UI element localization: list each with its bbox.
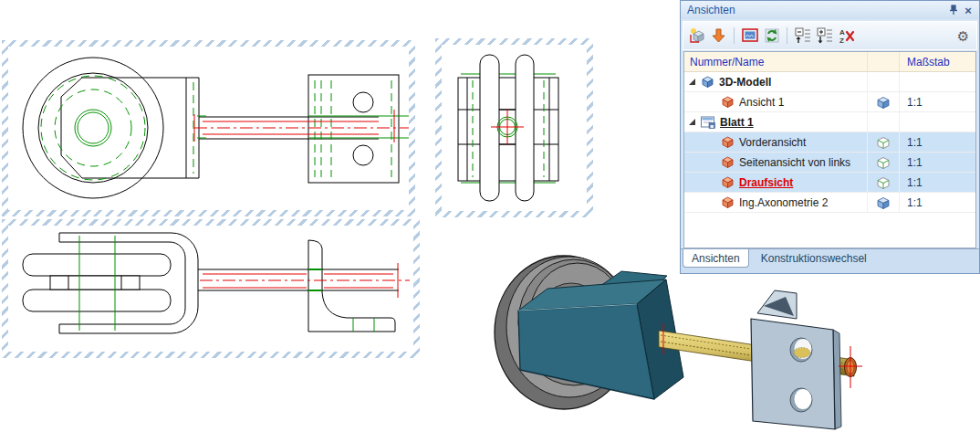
- top-view-2d[interactable]: [2, 219, 420, 358]
- shaded-cube-icon: [876, 95, 891, 110]
- panel-title: Ansichten: [687, 4, 735, 16]
- row-label: Ing.Axonometrie 2: [739, 196, 828, 209]
- row-scale: 1:1: [899, 132, 975, 152]
- cad-workspace: Ansichten ×: [0, 0, 980, 432]
- side-view-drawing: [435, 38, 593, 217]
- wire-cube-icon: [876, 135, 891, 150]
- row-scale: 1:1: [899, 92, 975, 111]
- row-label: Ansicht 1: [739, 96, 784, 109]
- row-label: Seitenansicht von links: [739, 156, 850, 169]
- cube-orange-icon: [721, 175, 735, 189]
- wire-cube-icon: [876, 175, 891, 190]
- svg-text:Z: Z: [839, 37, 844, 44]
- svg-text:A: A: [839, 28, 845, 37]
- front-view-2d[interactable]: [2, 40, 415, 216]
- row-label: Blatt 1: [720, 116, 754, 129]
- row-label: Vorderansicht: [739, 136, 806, 149]
- angle-plate: [751, 290, 841, 429]
- refresh-icon[interactable]: [763, 27, 780, 45]
- row-label: 3D-Modell: [719, 76, 771, 89]
- column-header-scale: Maßstab: [899, 52, 975, 71]
- pin-icon[interactable]: [946, 3, 961, 17]
- sheet-icon: [701, 116, 715, 129]
- expand-triangle-icon[interactable]: [688, 78, 696, 86]
- cube-orange-icon: [721, 95, 735, 109]
- toolbar-separator: [787, 27, 787, 44]
- isometric-3d-model[interactable]: [493, 247, 867, 432]
- panel-toolbar: A Z ⚙: [683, 21, 977, 50]
- row-scale: 1:1: [899, 193, 975, 212]
- table-row-draufsicht[interactable]: Draufsicht 1:1: [684, 173, 975, 193]
- table-row-vorderansicht[interactable]: Vorderansicht 1:1: [684, 132, 975, 153]
- collapse-all-icon[interactable]: [794, 27, 811, 45]
- table-row-seitenansicht[interactable]: Seitenansicht von links 1:1: [684, 153, 975, 173]
- table-row-ansicht-1[interactable]: Ansicht 1 1:1: [684, 92, 975, 112]
- top-view-drawing: [2, 219, 420, 358]
- arrow-down-icon[interactable]: [710, 27, 727, 45]
- table-row-blatt-1[interactable]: Blatt 1: [684, 112, 975, 132]
- table-empty-area: [684, 213, 975, 248]
- sheet-view-icon[interactable]: [741, 27, 758, 45]
- cube-orange-icon: [721, 195, 735, 209]
- gear-icon[interactable]: ⚙: [954, 27, 972, 45]
- close-icon[interactable]: ×: [961, 3, 975, 17]
- cube-orange-icon: [721, 155, 735, 169]
- tab-konstruktionswechsel[interactable]: Konstruktionswechsel: [753, 249, 875, 267]
- column-header-name: Nummer/Name: [684, 52, 867, 71]
- row-scale: [899, 112, 975, 132]
- views-table: Nummer/Name Maßstab 3D-Modell: [683, 51, 976, 248]
- row-scale: [899, 72, 975, 91]
- panel-titlebar[interactable]: Ansichten ×: [681, 1, 979, 19]
- left-side-view-2d[interactable]: [435, 38, 593, 217]
- cube-blue-icon: [701, 75, 714, 89]
- column-header-type: [867, 52, 899, 71]
- row-scale: 1:1: [899, 153, 975, 172]
- table-row-axonometrie[interactable]: Ing.Axonometrie 2 1:1: [684, 193, 975, 213]
- table-header: Nummer/Name Maßstab: [684, 52, 975, 72]
- views-panel: Ansichten ×: [680, 0, 980, 274]
- front-view-drawing: [2, 40, 415, 216]
- shaded-cube-icon: [876, 195, 891, 210]
- plate-hole-lower: [790, 388, 812, 412]
- row-scale: 1:1: [899, 173, 975, 192]
- table-row-3d-modell[interactable]: 3D-Modell: [684, 72, 975, 92]
- tab-ansichten[interactable]: Ansichten: [683, 249, 749, 268]
- expand-all-icon[interactable]: [816, 27, 833, 45]
- plate-hole-upper: [790, 338, 812, 362]
- wire-cube-icon: [876, 155, 891, 170]
- sort-remove-icon[interactable]: A Z: [838, 27, 855, 45]
- cube-orange-icon: [721, 135, 735, 149]
- toolbar-separator: [734, 27, 735, 44]
- panel-tabbar: Ansichten Konstruktionswechsel: [681, 248, 979, 273]
- row-label: Draufsicht: [739, 176, 793, 189]
- expand-triangle-icon[interactable]: [688, 118, 696, 126]
- new-sheet-icon[interactable]: [688, 27, 705, 45]
